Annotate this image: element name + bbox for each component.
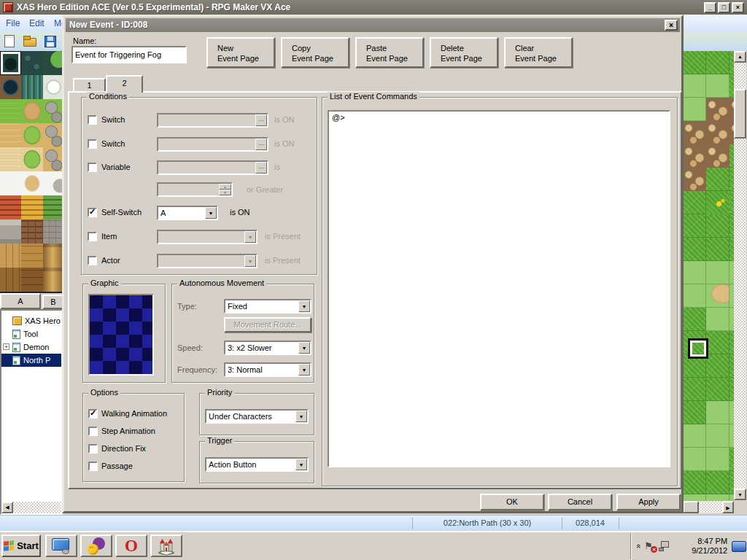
variable-browse-button[interactable]: ... xyxy=(255,162,267,174)
tileset-tile-lace[interactable] xyxy=(43,75,64,99)
map-tile[interactable] xyxy=(683,121,706,144)
map-tile[interactable] xyxy=(706,144,729,168)
expand-icon[interactable]: + xyxy=(3,343,9,350)
switch1-checkbox[interactable] xyxy=(88,115,97,125)
map-tile[interactable] xyxy=(683,401,706,424)
restore-icon[interactable]: □ xyxy=(718,2,730,13)
tree-item-demon[interactable]: + Demon xyxy=(1,341,61,354)
scroll-right-icon[interactable]: ▶ xyxy=(722,501,734,513)
tileset-tile-pillar[interactable] xyxy=(43,244,64,268)
map-tile[interactable] xyxy=(706,74,729,98)
menu-edit[interactable]: Edit xyxy=(29,18,44,28)
chevron-down-icon[interactable]: ▼ xyxy=(298,300,310,312)
action-center-flag-icon[interactable]: ⚑× xyxy=(644,540,656,552)
scroll-up-icon[interactable]: ▲ xyxy=(734,51,746,63)
tileset-tile-pillar[interactable] xyxy=(43,268,64,292)
chevron-down-icon[interactable]: ▼ xyxy=(298,342,310,354)
tileset-tile-rockg[interactable] xyxy=(43,99,64,123)
tree-hscrollbar[interactable]: ◀ xyxy=(1,502,61,513)
tileset-tile-grass[interactable] xyxy=(0,99,21,123)
scroll-down-icon[interactable]: ▼ xyxy=(734,489,746,500)
network-icon[interactable] xyxy=(659,541,670,551)
tileset-tile-wood2[interactable] xyxy=(21,244,42,268)
variable-amount-spinner[interactable]: ▲▼ xyxy=(157,182,233,197)
tileset-tile-wall_brick[interactable] xyxy=(21,219,42,244)
priority-combo[interactable]: Under Characters ▼ xyxy=(205,409,309,424)
menu-file[interactable]: File xyxy=(6,18,20,28)
map-tile[interactable] xyxy=(683,308,706,331)
self-switch-checkbox[interactable] xyxy=(88,208,97,217)
map-tile[interactable] xyxy=(706,168,729,191)
trigger-combo[interactable]: Action Button ▼ xyxy=(205,457,309,472)
passage-checkbox[interactable] xyxy=(88,462,98,471)
rpg-maker-icon[interactable] xyxy=(150,534,182,557)
step-animation-checkbox[interactable] xyxy=(88,427,98,436)
tileset-tile-hole[interactable] xyxy=(0,75,21,99)
event-page-tab-1[interactable]: 1 xyxy=(73,78,106,91)
tileset-tile-wall_stone[interactable] xyxy=(43,219,64,244)
close-icon[interactable]: × xyxy=(732,2,744,13)
self-switch-combo[interactable]: A ▼ xyxy=(157,206,218,220)
actor-checkbox[interactable] xyxy=(88,256,97,265)
map-tile[interactable] xyxy=(683,238,706,261)
tray-chevron-icon[interactable]: « xyxy=(635,544,643,548)
map-tile[interactable] xyxy=(706,238,729,261)
map-tile[interactable] xyxy=(706,51,729,74)
switch2-checkbox[interactable] xyxy=(88,139,97,149)
tileset-tile-cave_sel[interactable] xyxy=(0,51,21,75)
map-tile[interactable] xyxy=(683,448,706,471)
spinner-arrows[interactable]: ▲▼ xyxy=(219,184,231,195)
map-tile[interactable] xyxy=(683,191,706,214)
clear-event-page-button[interactable]: Clear Event Page xyxy=(504,37,573,68)
tileset-tab-b[interactable]: B xyxy=(42,295,64,309)
copy-event-page-button[interactable]: Copy Event Page xyxy=(281,37,349,68)
map-tile[interactable] xyxy=(706,98,729,121)
map-tile[interactable] xyxy=(683,144,706,168)
new-event-page-button[interactable]: New Event Page xyxy=(206,37,275,68)
map-tile[interactable] xyxy=(706,261,729,284)
switch2-browse-button[interactable]: ... xyxy=(255,139,267,150)
show-desktop-launch-icon[interactable] xyxy=(45,534,77,557)
show-desktop-icon[interactable] xyxy=(732,541,746,552)
apply-button[interactable]: Apply xyxy=(616,494,681,510)
tileset-tile-grass_dirt[interactable] xyxy=(21,99,42,123)
tree-item-tool[interactable]: Tool xyxy=(1,327,61,341)
chevron-down-icon[interactable]: ▼ xyxy=(298,364,310,376)
map-tile[interactable] xyxy=(706,191,729,214)
tileset-tile-falls[interactable] xyxy=(21,75,42,99)
movement-speed-combo[interactable]: 3: x2 Slower ▼ xyxy=(224,341,311,355)
vscroll-thumb[interactable] xyxy=(734,89,746,139)
tileset-tile-rocks[interactable] xyxy=(43,147,64,171)
movement-frequency-combo[interactable]: 3: Normal ▼ xyxy=(224,362,311,377)
tileset-tile-wood[interactable] xyxy=(0,244,21,268)
yahoo-messenger-icon[interactable] xyxy=(80,534,112,557)
tileset-tile-leafy[interactable] xyxy=(43,51,64,75)
ok-button[interactable]: OK xyxy=(480,494,544,510)
tileset-tile-roof_red[interactable] xyxy=(0,195,21,219)
map-tile[interactable] xyxy=(683,51,706,74)
map-tile[interactable] xyxy=(706,471,729,494)
map-tile[interactable] xyxy=(706,401,729,424)
tileset-tile-roof_green[interactable] xyxy=(43,195,64,219)
tileset-tile-cave[interactable] xyxy=(21,51,42,75)
map-vscrollbar[interactable]: ▲ ▼ xyxy=(734,51,746,500)
walking-animation-checkbox[interactable] xyxy=(88,409,98,419)
map-tile[interactable] xyxy=(706,331,729,354)
map-tile[interactable] xyxy=(683,378,706,401)
map-tile[interactable] xyxy=(706,424,729,448)
item-checkbox[interactable] xyxy=(88,232,97,241)
map-tile[interactable] xyxy=(683,261,706,284)
minimize-icon[interactable]: _ xyxy=(704,2,716,13)
cancel-button[interactable]: Cancel xyxy=(548,494,612,510)
tileset-tile-wood_dark[interactable] xyxy=(0,268,21,292)
event-graphic-preview[interactable] xyxy=(88,294,154,376)
paste-event-page-button[interactable]: Paste Event Page xyxy=(355,37,424,68)
map-tile[interactable] xyxy=(683,284,706,308)
variable-checkbox[interactable] xyxy=(88,163,97,172)
spin-up-icon[interactable]: ▲ xyxy=(219,184,231,190)
direction-fix-checkbox[interactable] xyxy=(88,444,98,454)
map-tile[interactable] xyxy=(706,284,729,308)
tileset-tile-wood_dark2[interactable] xyxy=(21,268,42,292)
map-tile[interactable] xyxy=(683,424,706,448)
movement-type-combo[interactable]: Fixed ▼ xyxy=(224,299,311,314)
